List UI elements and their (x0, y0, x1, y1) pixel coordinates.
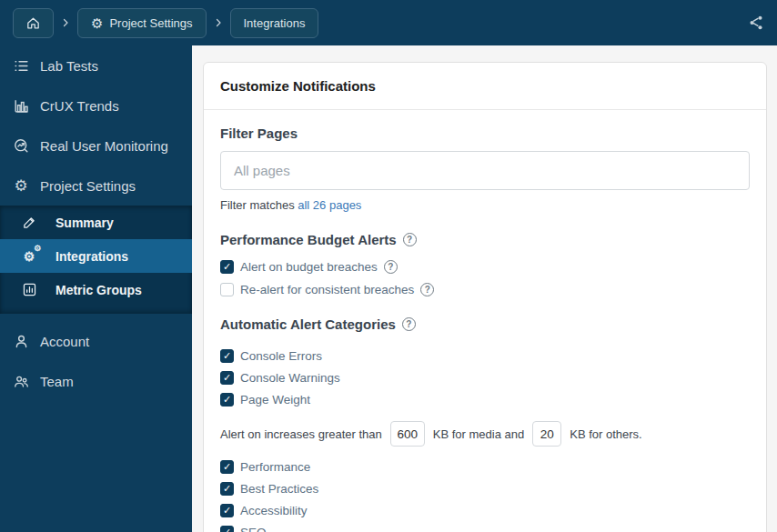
filter-match-line: Filter matches all 26 pages (220, 198, 750, 212)
checkbox-performance[interactable]: Performance (220, 456, 750, 477)
sidebar-item-lab-tests[interactable]: Lab Tests (0, 45, 192, 85)
help-icon[interactable] (403, 233, 417, 246)
sidebar-subitem-label: Metric Groups (56, 283, 142, 297)
customize-notifications-card: Customize Notifications Filter Pages Fil… (203, 62, 767, 532)
sidebar-item-project-settings[interactable]: ⚙ Project Settings (0, 166, 192, 206)
sidebar-item-account[interactable]: Account (0, 321, 192, 361)
checkbox-icon[interactable] (220, 526, 234, 532)
gears-icon: ⚙⚙ (21, 250, 37, 263)
breadcrumb-project-settings-label: Project Settings (109, 16, 192, 30)
checkbox-icon[interactable] (220, 260, 234, 274)
filter-pages-input[interactable] (220, 151, 750, 190)
top-bar: ⚙ Project Settings Integrations (0, 0, 777, 45)
checkbox-icon[interactable] (220, 371, 234, 385)
performance-budget-alerts-heading: Performance Budget Alerts (220, 232, 750, 247)
card-title: Customize Notifications (204, 63, 766, 110)
sidebar-item-label: CrUX Trends (40, 98, 119, 114)
category-group-console: Console Errors Console Warnings Page Wei… (220, 345, 750, 410)
checkbox-label: Page Weight (240, 393, 310, 407)
weight-sentence-part3: KB for others. (570, 427, 641, 441)
weight-sentence-part1: Alert on increases greater than (220, 427, 382, 441)
help-icon[interactable] (402, 317, 416, 331)
gear-icon: ⚙ (12, 176, 30, 196)
breadcrumb-integrations-button[interactable]: Integrations (230, 8, 319, 38)
checkbox-icon[interactable] (220, 393, 234, 407)
checkbox-label: SEO (240, 526, 267, 532)
sidebar-subitem-label: Summary (56, 216, 114, 230)
breadcrumb-integrations-label: Integrations (244, 16, 306, 30)
checkbox-label: Console Warnings (240, 371, 340, 385)
people-icon (12, 373, 30, 390)
sidebar: Lab Tests CrUX Trends Real User Monitori… (0, 45, 192, 532)
filter-match-link[interactable]: all 26 pages (298, 198, 361, 212)
checkbox-icon[interactable] (220, 482, 234, 496)
breadcrumb-project-settings-button[interactable]: ⚙ Project Settings (77, 8, 207, 38)
checkbox-best-practices[interactable]: Best Practices (220, 477, 750, 499)
main-content: Customize Notifications Filter Pages Fil… (192, 45, 777, 532)
others-kb-input[interactable] (532, 421, 561, 447)
sidebar-subitem-summary[interactable]: Summary (0, 206, 192, 239)
filter-pages-heading: Filter Pages (220, 125, 750, 141)
filter-match-text: Filter matches (220, 198, 298, 212)
automatic-alert-categories-heading: Automatic Alert Categories (220, 316, 750, 332)
person-icon (12, 333, 30, 350)
project-settings-submenu: Summary ⚙⚙ Integrations Metric Groups (0, 206, 192, 314)
help-icon[interactable] (384, 260, 398, 274)
breadcrumb-chevron-icon (60, 17, 71, 28)
gear-icon: ⚙ (91, 16, 103, 30)
checkbox-seo[interactable]: SEO (220, 521, 750, 532)
checkbox-icon[interactable] (220, 349, 234, 363)
weight-sentence-part2: KB for media and (433, 427, 524, 441)
sidebar-subitem-label: Integrations (56, 249, 128, 264)
sidebar-subitem-metric-groups[interactable]: Metric Groups (0, 273, 192, 306)
checkbox-accessibility[interactable]: Accessibility (220, 499, 750, 521)
checkbox-label: Best Practices (240, 482, 318, 496)
sidebar-item-team[interactable]: Team (0, 361, 192, 401)
checkbox-console-errors[interactable]: Console Errors (220, 345, 750, 366)
checkbox-page-weight[interactable]: Page Weight (220, 388, 750, 410)
checkbox-label: Accessibility (240, 504, 308, 517)
sidebar-subitem-integrations[interactable]: ⚙⚙ Integrations (0, 239, 192, 273)
sidebar-item-label: Account (40, 334, 89, 349)
sidebar-item-label: Team (40, 374, 74, 389)
breadcrumb-home-button[interactable] (13, 8, 54, 38)
checkbox-label: Re-alert for consistent breaches (240, 283, 414, 296)
pencil-icon (21, 215, 37, 230)
weight-threshold-sentence: Alert on increases greater than KB for m… (220, 421, 750, 447)
share-icon[interactable] (748, 15, 764, 31)
monitor-trend-icon (12, 137, 30, 155)
media-kb-input[interactable] (390, 421, 425, 447)
checkbox-icon[interactable] (220, 504, 234, 517)
breadcrumb-chevron-icon (213, 17, 224, 28)
checkbox-console-warnings[interactable]: Console Warnings (220, 366, 750, 388)
sidebar-item-label: Project Settings (40, 178, 136, 194)
home-icon (25, 15, 41, 31)
sidebar-item-real-user-monitoring[interactable]: Real User Monitoring (0, 125, 192, 166)
category-group-lighthouse: Performance Best Practices Accessibility… (220, 456, 750, 532)
checkbox-alert-on-budget-breaches[interactable]: Alert on budget breaches (220, 260, 750, 274)
help-icon[interactable] (420, 283, 434, 296)
sidebar-item-label: Real User Monitoring (40, 138, 168, 154)
list-icon (12, 57, 30, 75)
sidebar-item-label: Lab Tests (40, 58, 98, 74)
metric-chart-icon (21, 282, 37, 297)
checkbox-label: Console Errors (240, 349, 322, 363)
checkbox-icon[interactable] (220, 283, 234, 296)
sidebar-item-crux-trends[interactable]: CrUX Trends (0, 85, 192, 125)
checkbox-icon[interactable] (220, 460, 234, 474)
checkbox-label: Performance (240, 460, 310, 474)
checkbox-re-alert-consistent-breaches[interactable]: Re-alert for consistent breaches (220, 283, 750, 296)
checkbox-label: Alert on budget breaches (240, 260, 378, 274)
bar-chart-icon (12, 97, 30, 115)
